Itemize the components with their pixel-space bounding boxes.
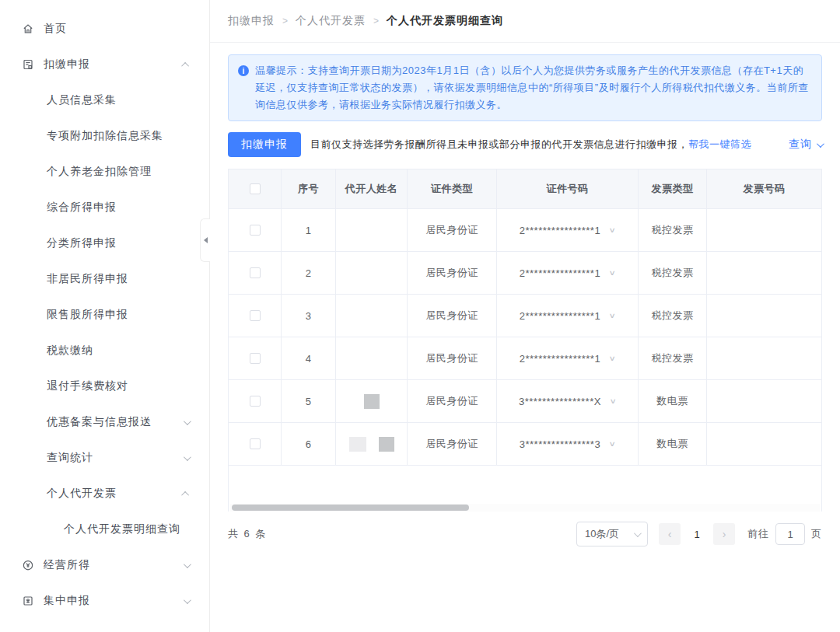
main-content: 扣缴申报 > 个人代开发票 > 个人代开发票明细查询 i 温馨提示：支持查询开票… (210, 0, 840, 632)
column-header-invoice-type: 发票类型 (639, 169, 707, 208)
cert-type-cell: 居民身份证 (408, 337, 497, 379)
breadcrumb-separator: > (282, 16, 288, 26)
breadcrumb: 扣缴申报 > 个人代开发票 > 个人代开发票明细查询 (210, 0, 840, 43)
invoice-no-cell (707, 295, 821, 337)
reveal-icon[interactable]: ∨ (609, 397, 617, 405)
invoice-type-cell: 数电票 (639, 380, 707, 422)
name-cell (336, 295, 408, 337)
name-cell (336, 337, 408, 379)
chevron-down-icon (634, 529, 642, 537)
query-label: 查询 (789, 138, 812, 152)
row-checkbox[interactable] (250, 353, 261, 364)
sidebar-item-label: 综合所得申报 (47, 201, 189, 215)
sidebar: 首页 扣缴申报 人员信息采集 专项附加扣除信息采集 个人养老金扣除管理 综合所得… (0, 0, 210, 632)
table-row: 4 居民身份证 2****************1 ∨ 税控发票 (229, 337, 821, 380)
sidebar-item-label: 经营所得 (44, 558, 184, 572)
sidebar-item-label: 首页 (44, 22, 189, 36)
sidebar-item-invoice-detail-query[interactable]: 个人代开发票明细查询 (0, 512, 209, 547)
sidebar-item-home[interactable]: 首页 (0, 11, 209, 47)
notice-text: 温馨提示：支持查询开票日期为2023年1月1日（含）以后个人为您提供劳务或服务产… (255, 62, 810, 113)
sidebar-item-restricted-shares[interactable]: 限售股所得申报 (0, 297, 209, 333)
sidebar-item-business-income[interactable]: 经营所得 (0, 547, 209, 583)
page-unit-label: 页 (811, 527, 822, 541)
horizontal-scrollbar[interactable] (230, 504, 820, 512)
table-row: 2 居民身份证 2****************1 ∨ 税控发票 (229, 252, 821, 295)
reveal-icon[interactable]: ∨ (609, 354, 617, 362)
sidebar-collapse-toggle[interactable] (200, 218, 210, 262)
reveal-icon[interactable]: ∨ (609, 440, 617, 448)
cert-type-cell: 居民身份证 (408, 380, 497, 422)
name-cell (336, 423, 408, 465)
prev-page-button[interactable]: ‹ (659, 523, 681, 545)
name-cell (336, 252, 408, 294)
cert-no-cell: 2****************1 ∨ (497, 337, 639, 379)
breadcrumb-item[interactable]: 个人代开发票 (296, 14, 366, 28)
invoice-no-cell (707, 337, 821, 379)
sidebar-item-comprehensive-income[interactable]: 综合所得申报 (0, 190, 209, 225)
goto-label: 前往 (747, 527, 769, 541)
seq-cell: 4 (282, 337, 336, 379)
column-header-cert-type: 证件类型 (408, 169, 497, 208)
row-checkbox[interactable] (250, 267, 261, 278)
sidebar-item-preferential-filing[interactable]: 优惠备案与信息报送 (0, 404, 209, 440)
sidebar-item-label: 个人养老金扣除管理 (47, 165, 189, 179)
breadcrumb-item[interactable]: 扣缴申报 (228, 14, 275, 28)
notice-banner: i 温馨提示：支持查询开票日期为2023年1月1日（含）以后个人为您提供劳务或服… (228, 54, 822, 121)
sidebar-item-refund-fee-check[interactable]: 退付手续费核对 (0, 368, 209, 404)
cert-no-cell: 2****************1 ∨ (497, 295, 639, 337)
app-window: 首页 扣缴申报 人员信息采集 专项附加扣除信息采集 个人养老金扣除管理 综合所得… (0, 0, 840, 632)
collapse-arrow-icon (204, 237, 208, 243)
withholding-declare-button[interactable]: 扣缴申报 (228, 132, 301, 157)
cert-no-cell: 3****************3 ∨ (497, 423, 639, 465)
scrollbar-thumb[interactable] (232, 505, 469, 511)
sidebar-item-query-statistics[interactable]: 查询统计 (0, 440, 209, 476)
column-header-cert-no: 证件号码 (497, 169, 639, 208)
query-dropdown[interactable]: 查询 (789, 138, 822, 152)
sidebar-item-label: 限售股所得申报 (47, 308, 189, 322)
home-icon (22, 23, 34, 35)
next-page-button[interactable]: › (713, 523, 735, 545)
row-checkbox[interactable] (250, 438, 261, 449)
select-all-checkbox[interactable] (250, 183, 261, 194)
cert-type-cell: 居民身份证 (408, 209, 497, 251)
sidebar-item-label: 集中申报 (44, 594, 184, 608)
cert-type-cell: 居民身份证 (408, 252, 497, 294)
goto-page-input[interactable] (775, 523, 805, 545)
sidebar-item-personnel-info[interactable]: 人员信息采集 (0, 82, 209, 118)
cert-no-cell: 3****************X ∨ (497, 380, 639, 422)
chevron-down-icon (184, 560, 191, 568)
column-header-invoice-no: 发票号码 (707, 169, 821, 208)
invoice-no-cell (707, 423, 821, 465)
reveal-icon[interactable]: ∨ (609, 312, 617, 319)
seq-cell: 5 (282, 380, 336, 422)
info-icon: i (238, 65, 249, 76)
reveal-icon[interactable]: ∨ (609, 226, 617, 234)
asterisk-box-icon (22, 595, 34, 607)
redacted-name-block (364, 394, 380, 409)
sidebar-item-pension-deduction[interactable]: 个人养老金扣除管理 (0, 154, 209, 190)
sidebar-item-label: 扣缴申报 (44, 58, 184, 72)
sidebar-item-nonresident-income[interactable]: 非居民所得申报 (0, 261, 209, 297)
invoice-type-cell: 税控发票 (639, 252, 707, 294)
sidebar-item-personal-invoice[interactable]: 个人代开发票 (0, 476, 209, 512)
one-click-filter-link[interactable]: 帮我一键筛选 (688, 138, 751, 152)
page-size-select[interactable]: 10条/页 (576, 522, 648, 546)
row-checkbox[interactable] (250, 225, 261, 236)
invoice-no-cell (707, 209, 821, 251)
table-empty-area (229, 466, 821, 504)
sidebar-item-withholding[interactable]: 扣缴申报 (0, 47, 209, 82)
chevron-down-icon (817, 140, 824, 148)
name-cell (336, 380, 408, 422)
pagination: 共 6 条 10条/页 ‹ 1 › 前往 页 (228, 522, 822, 546)
reveal-icon[interactable]: ∨ (609, 269, 617, 277)
total-count: 共 6 条 (228, 527, 267, 541)
row-checkbox[interactable] (250, 310, 261, 321)
chevron-down-icon (184, 417, 191, 425)
table-row: 1 居民身份证 2****************1 ∨ 税控发票 (229, 209, 821, 252)
current-page[interactable]: 1 (691, 529, 702, 540)
sidebar-item-centralized-declaration[interactable]: 集中申报 (0, 583, 209, 619)
sidebar-item-classified-income[interactable]: 分类所得申报 (0, 225, 209, 261)
row-checkbox[interactable] (250, 396, 261, 407)
sidebar-item-special-deduction[interactable]: 专项附加扣除信息采集 (0, 118, 209, 154)
sidebar-item-tax-payment[interactable]: 税款缴纳 (0, 333, 209, 368)
